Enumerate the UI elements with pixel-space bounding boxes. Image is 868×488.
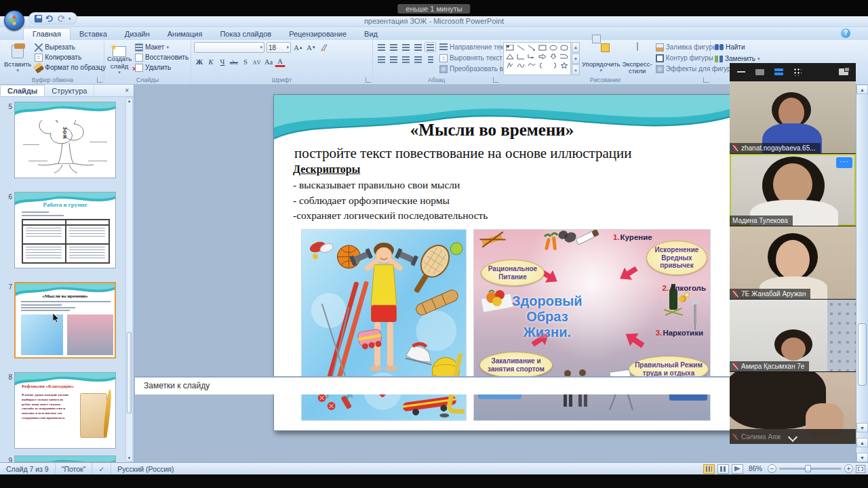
- align-left-button[interactable]: [376, 54, 387, 64]
- shape-item[interactable]: [515, 43, 526, 52]
- change-case-button[interactable]: Aa: [263, 57, 274, 67]
- tab-insert[interactable]: Вставка: [71, 28, 116, 40]
- office-button[interactable]: [4, 10, 24, 30]
- undo-icon[interactable]: [45, 15, 54, 22]
- shape-item[interactable]: [526, 61, 537, 70]
- font-color-button[interactable]: А: [275, 58, 285, 67]
- spellcheck-status[interactable]: ✓: [92, 463, 111, 474]
- collapse-panel-chevron-icon[interactable]: [787, 431, 798, 442]
- slide-title[interactable]: «Мысли во времени»: [274, 121, 710, 140]
- scroll-down-icon[interactable]: ▼: [856, 423, 868, 432]
- font-dialog-launcher[interactable]: [366, 77, 371, 83]
- redo-icon[interactable]: [57, 15, 65, 22]
- shape-item[interactable]: [559, 43, 570, 52]
- increase-indent-button[interactable]: [412, 42, 424, 52]
- font-name-combo[interactable]: ▾: [194, 42, 264, 53]
- find-button[interactable]: Найти: [713, 42, 773, 52]
- tab-design[interactable]: Дизайн: [116, 28, 159, 40]
- shape-item[interactable]: [559, 61, 570, 70]
- participant-video-active-speaker[interactable]: ··· Мадина Тулекова: [730, 154, 856, 226]
- thumbnail-slide-6[interactable]: 6 Работа в группе: [4, 192, 116, 268]
- scroll-up-icon[interactable]: ▲: [856, 85, 868, 94]
- scroll-thumb[interactable]: [858, 323, 867, 386]
- slide-bullet[interactable]: -сохраняет логический последовательность: [293, 209, 488, 222]
- qat-dropdown-icon[interactable]: ▾: [68, 14, 71, 24]
- thumbnail-slide-5[interactable]: 5 ЗОЖ: [4, 102, 116, 178]
- columns-button[interactable]: [425, 54, 436, 64]
- close-pane-icon[interactable]: ×: [120, 85, 134, 96]
- shape-item[interactable]: [548, 43, 559, 52]
- shrink-font-button[interactable]: А▼: [306, 43, 317, 53]
- format-painter-button[interactable]: Формат по образцу: [33, 62, 107, 73]
- shape-item[interactable]: [537, 52, 548, 61]
- font-size-combo[interactable]: 18▾: [267, 42, 291, 53]
- align-center-button[interactable]: [388, 54, 399, 64]
- shape-item[interactable]: [505, 43, 515, 52]
- normal-view-button[interactable]: [703, 464, 715, 474]
- slide-bullet[interactable]: - соблюдает орфоэпические нормы: [293, 195, 450, 207]
- status-language[interactable]: Русский (Россия): [111, 463, 180, 474]
- pane-scroll-up-icon[interactable]: ▲: [126, 99, 132, 103]
- zoom-slider[interactable]: [779, 468, 842, 470]
- tab-slideshow[interactable]: Показ слайдов: [211, 28, 280, 40]
- strikethrough-button[interactable]: abc: [229, 57, 239, 67]
- shape-item[interactable]: [537, 61, 548, 70]
- slides-panel-scrollbar[interactable]: ▲ ▼: [125, 98, 133, 462]
- slide-descriptors-heading[interactable]: Дескрипторы: [293, 163, 360, 176]
- italic-button[interactable]: К: [205, 57, 216, 67]
- zoom-out-button[interactable]: −: [768, 464, 776, 473]
- tab-slides-thumbnails[interactable]: Слайды: [0, 85, 45, 96]
- underline-button[interactable]: Ч: [217, 57, 228, 67]
- shape-item[interactable]: [505, 61, 515, 70]
- numbering-button[interactable]: [388, 42, 399, 52]
- reset-button[interactable]: Восстановить: [134, 52, 190, 62]
- clipboard-dialog-launcher[interactable]: [97, 77, 102, 83]
- new-slide-button[interactable]: Создать слайд ▾: [107, 42, 132, 75]
- shape-item[interactable]: [515, 61, 526, 70]
- paragraph-dialog-launcher[interactable]: [493, 77, 498, 83]
- thumbnail-slide-7[interactable]: 7 «Мысли во времени»: [4, 282, 116, 359]
- tab-outline[interactable]: Структура: [45, 85, 94, 96]
- slide-bullet[interactable]: - высказывает правильно свои мысли: [293, 179, 460, 191]
- save-icon[interactable]: [35, 15, 42, 22]
- popout-panel-icon[interactable]: [839, 68, 848, 75]
- shape-item[interactable]: [526, 52, 537, 61]
- zoom-slider-thumb[interactable]: [805, 465, 811, 472]
- cut-button[interactable]: Вырезать: [33, 42, 107, 52]
- character-spacing-button[interactable]: AV: [252, 57, 262, 67]
- slide-sorter-view-button[interactable]: [717, 464, 729, 474]
- shape-item[interactable]: [548, 61, 559, 70]
- copy-button[interactable]: Копировать: [33, 52, 107, 62]
- gallery-view-icon[interactable]: [774, 68, 783, 75]
- clear-formatting-button[interactable]: [319, 43, 330, 53]
- participant-video[interactable]: 7Е Жанабай Аружан: [730, 226, 856, 298]
- shape-item[interactable]: [548, 52, 559, 61]
- minimize-icon[interactable]: [737, 71, 745, 73]
- drawing-dialog-launcher[interactable]: [703, 77, 709, 83]
- replace-button[interactable]: Заменить▾: [713, 54, 773, 64]
- bold-button[interactable]: Ж: [194, 57, 205, 67]
- slide-task-text[interactable]: постройте текст повествование на основе …: [294, 145, 632, 162]
- tab-view[interactable]: Вид: [355, 28, 387, 40]
- shapes-gallery[interactable]: [503, 42, 571, 75]
- previous-slide-button[interactable]: ▲: [856, 438, 868, 447]
- shapes-more-icon[interactable]: ▾: [572, 64, 580, 75]
- shape-item[interactable]: [537, 43, 548, 52]
- tab-home[interactable]: Главная: [23, 28, 71, 40]
- shape-item[interactable]: [515, 52, 526, 61]
- arrange-button[interactable]: Упорядочить ▾: [582, 42, 620, 75]
- pane-scroll-thumb[interactable]: [127, 332, 132, 413]
- bullets-button[interactable]: [376, 42, 387, 52]
- thumbnail-slide-9[interactable]: 9: [4, 455, 116, 462]
- delete-slide-button[interactable]: ×Удалить: [134, 62, 190, 73]
- paste-button[interactable]: Вставить ▾: [4, 42, 31, 75]
- help-icon[interactable]: ?: [841, 28, 850, 38]
- tab-review[interactable]: Рецензирование: [280, 28, 355, 40]
- align-right-button[interactable]: [400, 54, 412, 64]
- text-shadow-button[interactable]: S: [240, 57, 251, 67]
- layout-button[interactable]: Макет▾: [134, 42, 190, 52]
- next-slide-button[interactable]: ▼: [856, 453, 868, 462]
- slideshow-view-button[interactable]: [732, 464, 743, 474]
- justify-button[interactable]: [412, 54, 424, 64]
- paste-dropdown-icon[interactable]: ▾: [16, 68, 19, 73]
